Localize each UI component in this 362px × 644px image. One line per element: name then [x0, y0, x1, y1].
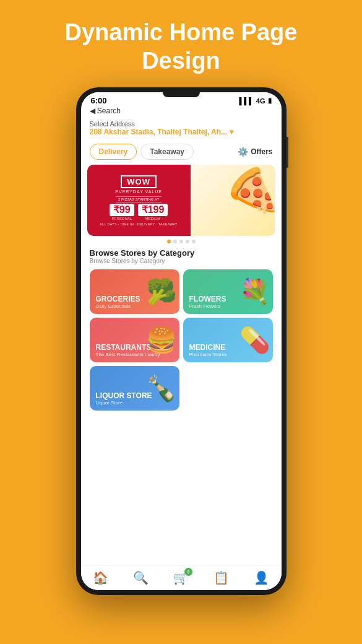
address-value[interactable]: 208 Akshar Stadia, Thaltej Thaltej, Ah..… [90, 128, 273, 136]
offers-icon: ⚙️ [238, 147, 248, 157]
browse-section: Browse Stores by Category Browse Stores … [81, 246, 282, 565]
flowers-image: 💐 [228, 269, 273, 314]
cart-badge: 5 [184, 568, 192, 576]
battery-icon: ▮ [268, 97, 272, 105]
category-card-restaurants[interactable]: 🍔 RESTAURANTS The Best Restaurants nearb… [90, 318, 179, 362]
network-label: 4G [256, 97, 265, 105]
category-card-groceries[interactable]: 🥦 GROCERIES Daily Essentials [90, 269, 179, 314]
delivery-tab[interactable]: Delivery [90, 144, 137, 160]
banner-inner: WOW EVERYDAY VALUE 2 PIZZAS STARTING AT … [87, 165, 275, 236]
price2-group: ₹199 MEDIUM [138, 204, 168, 220]
address-text: 208 Akshar Stadia, Thaltej Thaltej, Ah..… [90, 128, 228, 136]
back-label[interactable]: ◀ Search [90, 107, 121, 115]
nav-home[interactable]: 🏠 [93, 570, 108, 585]
bottom-nav: 🏠 🔍 🛒 5 📋 👤 [81, 565, 282, 590]
banner-container[interactable]: WOW EVERYDAY VALUE 2 PIZZAS STARTING AT … [87, 165, 275, 236]
category-card-liquor[interactable]: 🍾 LIQUOR STORE Liquor Store [90, 366, 179, 411]
groceries-image: 🥦 [134, 269, 179, 314]
phone-screen: 6:00 ▌▌▌ 4G ▮ ◀ Search Select Address 20… [81, 92, 282, 590]
phone-notch [163, 92, 200, 97]
profile-icon: 👤 [254, 570, 269, 585]
category-card-flowers[interactable]: 💐 FLOWERS Fresh Flowers [183, 269, 273, 314]
offers-button[interactable]: ⚙️ Offers [238, 147, 272, 157]
banner-prices: ₹99 PERSONAL ₹199 MEDIUM [110, 204, 168, 220]
dot-4[interactable] [186, 240, 189, 243]
tabs-row: Delivery Takeaway ⚙️ Offers [81, 141, 282, 165]
restaurants-image: 🍔 [134, 318, 179, 362]
page-title: Dynamic Home Page Design [0, 0, 362, 87]
banner-right: 🍕 [191, 165, 275, 236]
search-icon: 🔍 [133, 570, 149, 585]
orders-icon: 📋 [213, 570, 229, 585]
address-label: Select Address [90, 120, 273, 128]
price1-group: ₹99 PERSONAL [110, 204, 134, 220]
browse-title: Browse Stores by Category [90, 248, 273, 258]
status-icons: ▌▌▌ 4G ▮ [239, 97, 271, 105]
nav-profile[interactable]: 👤 [254, 570, 269, 585]
banner-starting: 2 PIZZAS STARTING AT [116, 196, 162, 202]
offers-label: Offers [251, 147, 272, 156]
tabs-group: Delivery Takeaway [90, 144, 194, 160]
chevron-down-icon: ▾ [230, 128, 233, 136]
pizza-image: 🍕 [218, 165, 275, 225]
phone-side-button [287, 137, 288, 168]
nav-search[interactable]: 🔍 [133, 570, 149, 585]
category-grid: 🥦 GROCERIES Daily Essentials 💐 FLOWERS F… [90, 269, 273, 411]
banner-alldays: ALL DAYS · DINE IN · DELIVERY · TAKEAWAY [100, 222, 177, 226]
price1-value: ₹99 [110, 204, 134, 216]
home-icon: 🏠 [93, 570, 108, 585]
liquor-image: 🍾 [134, 366, 179, 411]
price1-label: PERSONAL [110, 217, 134, 220]
dot-5[interactable] [192, 240, 196, 243]
takeaway-tab[interactable]: Takeaway [140, 144, 194, 160]
browse-subtitle: Browse Stores by Category [90, 258, 273, 264]
nav-back[interactable]: ◀ Search [81, 107, 282, 118]
signal-icon: ▌▌▌ [239, 97, 253, 105]
banner-wow: WOW [121, 175, 157, 188]
price2-value: ₹199 [138, 204, 168, 216]
price2-label: MEDIUM [138, 217, 168, 220]
dot-1[interactable] [167, 240, 171, 243]
nav-orders[interactable]: 📋 [213, 570, 229, 585]
banner-left: WOW EVERYDAY VALUE 2 PIZZAS STARTING AT … [87, 165, 191, 236]
category-card-medicine[interactable]: 💊 MEDICINE Pharmacy Stores [183, 318, 273, 362]
medicine-image: 💊 [228, 318, 273, 362]
banner-dots [81, 240, 282, 243]
dot-2[interactable] [173, 240, 177, 243]
dot-3[interactable] [179, 240, 183, 243]
nav-cart[interactable]: 🛒 5 [173, 570, 189, 585]
address-section: Select Address 208 Akshar Stadia, Thalte… [81, 118, 282, 141]
banner-everyday: EVERYDAY VALUE [115, 189, 162, 194]
status-time: 6:00 [91, 96, 107, 105]
phone-mockup: 6:00 ▌▌▌ 4G ▮ ◀ Search Select Address 20… [76, 87, 287, 595]
